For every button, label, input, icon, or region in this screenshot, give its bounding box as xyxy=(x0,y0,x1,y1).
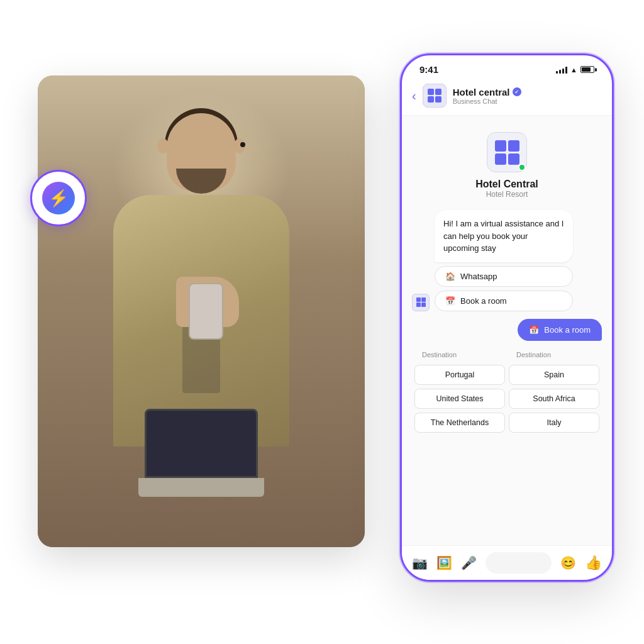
bot-message-group: Hi! I am a virtual assistance and I can … xyxy=(412,210,602,311)
mic-icon[interactable]: 🎤 xyxy=(461,555,477,570)
online-status-dot xyxy=(518,164,526,171)
battery-icon xyxy=(580,66,594,73)
hotel-name: Hotel Central xyxy=(475,179,538,190)
person-ear-left xyxy=(157,138,169,153)
user-message-emoji: 📅 xyxy=(529,325,539,335)
destination-spain[interactable]: Spain xyxy=(509,365,599,385)
header-avatar xyxy=(423,84,447,108)
bot-message-text: Hi! I am a virtual assistance and I can … xyxy=(443,219,564,253)
user-message: 📅 Book a room xyxy=(412,319,602,341)
logo-square-1 xyxy=(495,140,506,152)
signal-bar-3 xyxy=(562,69,564,74)
phone-frame: 9:41 ▲ ‹ xyxy=(400,53,614,582)
messenger-icon: ⚡ xyxy=(42,182,75,214)
book-room-emoji: 📅 xyxy=(445,296,455,306)
header-text: Hotel central ✓ Business Chat xyxy=(453,87,521,105)
user-bubble: 📅 Book a room xyxy=(518,319,602,341)
laptop-base xyxy=(138,478,264,497)
logo-sq-1 xyxy=(428,89,434,95)
quick-replies: 🏠 Whatsapp 📅 Book a room xyxy=(435,266,573,311)
messenger-badge: ⚡ xyxy=(30,170,87,226)
whatsapp-emoji: 🏠 xyxy=(445,272,455,281)
dest-header-left: Destination xyxy=(414,348,505,361)
verified-badge-icon: ✓ xyxy=(513,87,521,96)
book-room-label: Book a room xyxy=(460,296,507,306)
bot-message-bubble: Hi! I am a virtual assistance and I can … xyxy=(435,210,573,262)
emoji-picker-icon[interactable]: 😊 xyxy=(560,555,576,570)
signal-bar-4 xyxy=(565,67,567,74)
destination-south-africa[interactable]: South Africa xyxy=(509,389,599,409)
business-name: Hotel central ✓ xyxy=(453,87,521,97)
laptop-screen xyxy=(145,409,258,478)
hotel-logo-wrapper xyxy=(487,132,527,172)
wifi-icon: ▲ xyxy=(570,66,577,74)
back-button[interactable]: ‹ xyxy=(412,89,416,103)
chat-header: ‹ Hotel central ✓ Business Chat xyxy=(402,79,612,116)
chat-area[interactable]: Hotel Central Hotel Resort Hi! I am a vi… xyxy=(402,116,612,545)
quick-reply-whatsapp[interactable]: 🏠 Whatsapp xyxy=(435,266,573,287)
destination-column-left: Destination Portugal United States The N… xyxy=(414,348,505,433)
hotel-subtitle: Hotel Resort xyxy=(486,190,528,199)
chat-input-bar: 📷 🖼️ 🎤 😊 👍 xyxy=(402,545,612,580)
business-name-text: Hotel central xyxy=(453,87,510,97)
dest-header-right: Destination xyxy=(509,348,599,361)
photo-card xyxy=(38,75,365,547)
laptop-prop xyxy=(138,409,264,497)
bot-avatar xyxy=(412,294,430,311)
person-phone-prop xyxy=(189,283,223,340)
scene: ⚡ 9:41 ▲ ‹ xyxy=(0,0,644,644)
user-message-text: Book a room xyxy=(544,325,591,335)
destination-united-states[interactable]: United States xyxy=(414,389,505,409)
destination-italy[interactable]: Italy xyxy=(509,413,599,433)
signal-icon xyxy=(556,66,567,74)
logo-sq-3 xyxy=(428,96,434,103)
destination-netherlands[interactable]: The Netherlands xyxy=(414,413,505,433)
hotel-profile: Hotel Central Hotel Resort xyxy=(412,126,602,203)
person-ear-right xyxy=(234,138,245,153)
quick-reply-book-room[interactable]: 📅 Book a room xyxy=(435,291,573,311)
logo-sq-2 xyxy=(435,89,441,95)
logo-square-2 xyxy=(508,140,519,152)
logo-square-3 xyxy=(495,153,506,165)
destination-grid: Destination Portugal United States The N… xyxy=(412,348,602,433)
status-icons: ▲ xyxy=(556,66,594,74)
messenger-lightning-icon: ⚡ xyxy=(48,190,69,206)
bot-message-content: Hi! I am a virtual assistance and I can … xyxy=(435,210,602,311)
logo-sq-4 xyxy=(435,96,441,103)
signal-bar-1 xyxy=(556,71,558,74)
status-time: 9:41 xyxy=(419,64,438,75)
business-subtitle: Business Chat xyxy=(453,97,521,105)
camera-icon[interactable]: 📷 xyxy=(412,555,428,570)
whatsapp-label: Whatsapp xyxy=(460,272,497,281)
like-button[interactable]: 👍 xyxy=(585,555,602,571)
message-input[interactable] xyxy=(486,552,552,574)
phone-notch xyxy=(475,55,538,72)
battery-fill xyxy=(582,67,591,72)
gallery-icon[interactable]: 🖼️ xyxy=(436,555,452,570)
destination-portugal[interactable]: Portugal xyxy=(414,365,505,385)
signal-bar-2 xyxy=(559,70,561,74)
logo-square-4 xyxy=(508,153,519,165)
destination-column-right: Destination Spain South Africa Italy xyxy=(509,348,599,433)
